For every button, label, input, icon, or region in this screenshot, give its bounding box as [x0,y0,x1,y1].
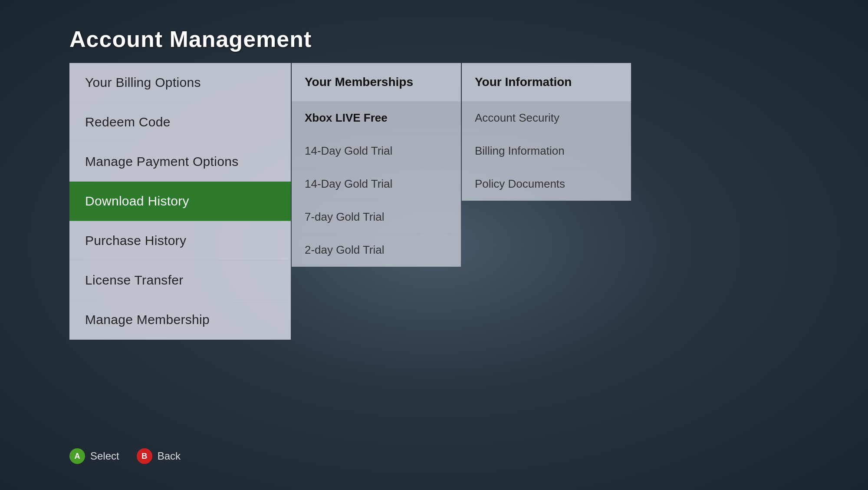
right-column-header: Your Information [462,63,631,102]
membership-14day-trial-1[interactable]: 14-Day Gold Trial [292,135,461,168]
menu-item-manage-membership[interactable]: Manage Membership [69,300,291,340]
menu-item-manage-payment[interactable]: Manage Payment Options [69,142,291,182]
menu-item-download-history[interactable]: Download History [69,182,291,221]
menu-item-purchase-history[interactable]: Purchase History [69,221,291,261]
right-item-account-security[interactable]: Account Security [462,102,631,135]
membership-2day-trial[interactable]: 2-day Gold Trial [292,234,461,267]
mid-column: Your Memberships Xbox LIVE Free 14-Day G… [292,63,461,267]
left-menu: Your Billing Options Redeem Code Manage … [69,63,291,340]
button-hint-back: B Back [137,448,181,464]
mid-column-header: Your Memberships [292,63,461,102]
menu-item-redeem-code[interactable]: Redeem Code [69,103,291,142]
select-label: Select [90,450,119,462]
a-button-icon: A [69,448,85,464]
membership-14day-trial-2[interactable]: 14-Day Gold Trial [292,168,461,201]
right-item-policy-documents[interactable]: Policy Documents [462,168,631,201]
back-label: Back [158,450,181,462]
menu-container: Your Billing Options Redeem Code Manage … [69,63,631,340]
right-item-billing-information[interactable]: Billing Information [462,135,631,168]
menu-item-billing-options[interactable]: Your Billing Options [69,63,291,103]
right-column: Your Information Account Security Billin… [462,63,631,201]
membership-xbox-live-free[interactable]: Xbox LIVE Free [292,102,461,135]
b-button-icon: B [137,448,152,464]
button-hint-select: A Select [69,448,119,464]
membership-7day-trial[interactable]: 7-day Gold Trial [292,201,461,234]
menu-item-license-transfer[interactable]: License Transfer [69,261,291,300]
page-title: Account Management [69,26,312,52]
bottom-bar: A Select B Back [69,448,181,464]
